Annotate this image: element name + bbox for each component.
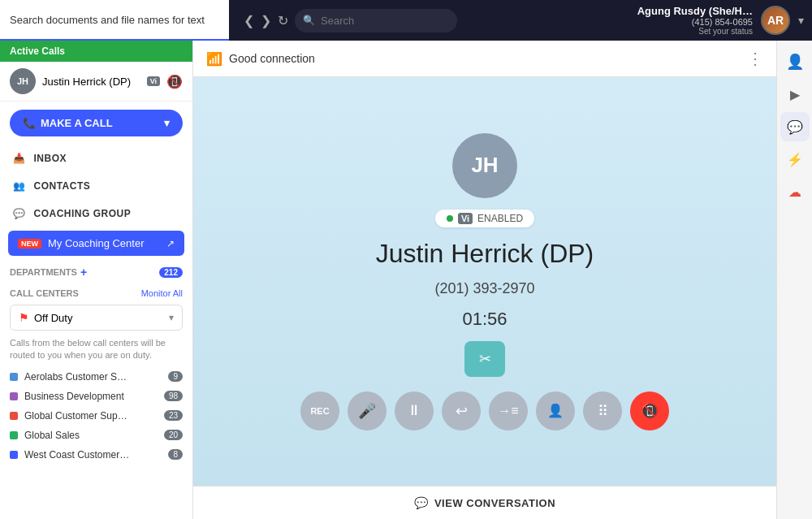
- vi-status-dot: [447, 215, 453, 222]
- user-status[interactable]: Set your status: [637, 27, 753, 36]
- cc-count: 9: [168, 371, 183, 382]
- vi-enabled-badge: Vi ENABLED: [435, 210, 534, 227]
- cc-item-global-customer[interactable]: Global Customer Sup… 23: [0, 406, 192, 426]
- salesforce-icon[interactable]: ☁: [780, 177, 810, 206]
- vi-label: Vi: [458, 213, 473, 224]
- avatar: AR: [761, 6, 790, 35]
- signal-icon: 📶: [206, 51, 222, 67]
- external-link-icon: ↗: [166, 238, 175, 249]
- call-centers-row: CALL CENTERS Monitor All: [0, 285, 192, 301]
- cc-item-global-sales[interactable]: Global Sales 20: [0, 426, 192, 445]
- search-input[interactable]: [295, 9, 457, 32]
- active-call-name: Justin Herrick (DP): [42, 76, 140, 88]
- vi-badge: Vi: [147, 76, 160, 86]
- sidebar: Active Calls JH Justin Herrick (DP) Vi 📵…: [0, 41, 193, 519]
- dropdown-arrow-icon: ▾: [164, 117, 170, 129]
- sidebar-item-coaching-group[interactable]: 💬 COACHING GROUP: [0, 200, 192, 227]
- caller-phone: (201) 393-2970: [434, 280, 534, 297]
- cc-dot: [10, 431, 18, 439]
- connection-bar: 📶 Good connection ⋮: [193, 41, 776, 77]
- cc-count: 20: [164, 430, 183, 440]
- message-icon[interactable]: ▶: [780, 80, 810, 109]
- call-controls: REC 🎤 ⏸ ↩ →≡ 👤 ⠿ 📵: [300, 391, 669, 430]
- contacts-icon: 👥: [13, 180, 26, 192]
- cc-count: 98: [164, 391, 183, 401]
- caller-name: Justin Herrick (DP): [376, 239, 594, 269]
- main-content: 📶 Good connection ⋮ JH Vi ENABLED Justin…: [193, 41, 776, 519]
- cc-item-aerolabs[interactable]: Aerolabs Customer S… 9: [0, 367, 192, 387]
- transfer-button[interactable]: ↩: [442, 391, 481, 430]
- cc-dot: [10, 412, 18, 420]
- scissors-button[interactable]: ✂: [464, 341, 505, 377]
- cc-dot: [10, 373, 18, 381]
- user-info: Agung Rusdy (She/H… (415) 854-0695 Set y…: [637, 5, 804, 36]
- mute-button[interactable]: 🎤: [348, 391, 387, 430]
- call-center-list: Aerolabs Customer S… 9 Business Developm…: [0, 367, 192, 465]
- user-dropdown-button[interactable]: ▾: [798, 14, 804, 27]
- cc-item-business-dev[interactable]: Business Development 98: [0, 387, 192, 406]
- cc-count: 23: [164, 410, 183, 421]
- search-container: 🔍: [295, 9, 457, 32]
- conversation-icon: 💬: [414, 496, 428, 509]
- routing-note: Calls from the below call centers will b…: [0, 334, 192, 367]
- chat-icon[interactable]: 💬: [780, 112, 810, 141]
- forward-button[interactable]: ❯: [261, 13, 271, 28]
- more-options-button[interactable]: ⋮: [747, 49, 763, 68]
- dropdown-arrow-icon: ▾: [169, 312, 174, 323]
- back-button[interactable]: ❮: [244, 13, 254, 28]
- add-person-button[interactable]: 👤: [536, 391, 575, 430]
- my-coaching-center-button[interactable]: NEW My Coaching Center ↗: [8, 231, 184, 256]
- caller-initials-avatar: JH: [10, 68, 36, 94]
- make-call-button[interactable]: 📞 MAKE A CALL ▾: [10, 110, 183, 136]
- right-rail: 👤 ▶ 💬 ⚡ ☁: [776, 41, 812, 519]
- forward-button[interactable]: →≡: [489, 391, 528, 430]
- caller-avatar: JH: [452, 133, 517, 198]
- doc-search-hint: Search documents and file names for text: [0, 0, 229, 41]
- departments-plus-button[interactable]: +: [80, 266, 87, 279]
- active-calls-bar: Active Calls: [0, 41, 192, 62]
- call-timer: 01:56: [462, 309, 507, 330]
- departments-row: DEPARTMENTS + 212: [0, 259, 192, 285]
- departments-count-badge: 212: [159, 267, 183, 278]
- user-name: Agung Rusdy (She/H…: [637, 5, 753, 17]
- coaching-icon: 💬: [13, 208, 26, 219]
- off-duty-flag-icon: ⚑: [19, 311, 29, 324]
- refresh-button[interactable]: ↻: [278, 13, 288, 28]
- active-call-item[interactable]: JH Justin Herrick (DP) Vi 📵: [0, 62, 192, 102]
- hold-button[interactable]: ⏸: [395, 391, 434, 430]
- cc-item-west-coast[interactable]: West Coast Customer… 8: [0, 445, 192, 465]
- off-duty-selector[interactable]: ⚑ Off Duty ▾: [10, 305, 183, 331]
- end-call-icon: 📵: [166, 74, 183, 89]
- inbox-icon: 📥: [13, 153, 26, 164]
- search-icon: 🔍: [303, 15, 315, 26]
- call-area: JH Vi ENABLED Justin Herrick (DP) (201) …: [193, 77, 776, 486]
- sidebar-item-inbox[interactable]: 📥 INBOX: [0, 145, 192, 172]
- phone-icon: 📞: [23, 117, 36, 129]
- keypad-button[interactable]: ⠿: [583, 391, 622, 430]
- sidebar-item-contacts[interactable]: 👥 CONTACTS: [0, 172, 192, 200]
- connection-text: Good connection: [229, 52, 315, 65]
- new-badge: NEW: [18, 239, 41, 249]
- record-button[interactable]: REC: [300, 391, 339, 430]
- person-icon[interactable]: 👤: [780, 47, 810, 76]
- end-call-button[interactable]: 📵: [630, 391, 669, 430]
- user-phone: (415) 854-0695: [637, 17, 753, 27]
- cc-dot: [10, 392, 18, 400]
- view-conversation-bar[interactable]: 💬 VIEW CONVERSATION: [193, 486, 776, 519]
- cc-count: 8: [168, 449, 183, 460]
- scissors-icon: ✂: [479, 350, 491, 368]
- monitor-all-button[interactable]: Monitor All: [141, 288, 183, 298]
- zendesk-icon[interactable]: ⚡: [780, 145, 810, 174]
- cc-dot: [10, 451, 18, 459]
